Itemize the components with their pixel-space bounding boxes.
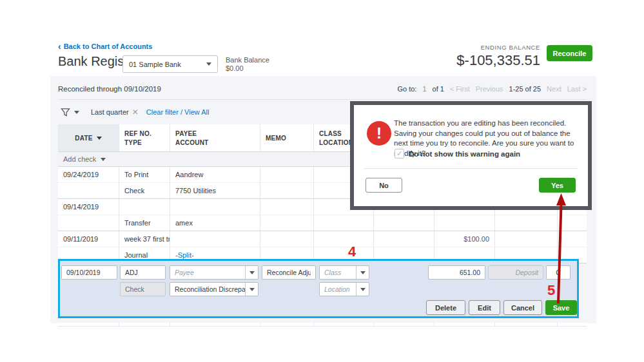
edit-account-dropdown[interactable]: Reconciliation Discrepanc (170, 282, 259, 296)
edit-memo-input[interactable] (262, 265, 316, 280)
dropdown-caret-button[interactable] (356, 283, 369, 296)
filter-chip-label: Last quarter (91, 108, 129, 116)
row-type: Check (119, 183, 170, 198)
dropdown-caret-button[interactable] (245, 266, 258, 279)
back-to-chart-of-accounts-link[interactable]: ‹ Back to Chart of Accounts (58, 43, 152, 50)
row-payee: Aandrew (170, 167, 260, 182)
reconcile-warning-dialog: ! The transaction you are editing has be… (350, 101, 592, 210)
filter-chip: Last quarter ✕ (91, 108, 139, 117)
dont-show-again-row: ✓ Do not show this warning again (395, 149, 520, 158)
cancel-button[interactable]: Cancel (503, 300, 542, 315)
edit-reconcile-status-input[interactable] (546, 265, 571, 280)
save-button[interactable]: Save (545, 300, 577, 315)
location-placeholder: Location (320, 283, 356, 296)
partial-next-row (58, 323, 587, 327)
ending-balance-label: ENDING BALANCE (456, 44, 540, 51)
dropdown-caret-button[interactable] (356, 266, 369, 279)
warning-exclamation-icon: ! (367, 121, 391, 146)
payee-placeholder: Payee (170, 266, 245, 279)
row-refno: week 37 first try (119, 231, 170, 247)
panel-toolbar: Reconciled through 09/10/2019 Go to: 1 o… (58, 76, 587, 100)
chevron-down-icon (206, 62, 211, 66)
bank-register-page: ‹ Back to Chart of Accounts Bank Registe… (0, 0, 644, 362)
add-check-label: Add check (63, 155, 96, 163)
transaction-edit-box: Payee Class Deposit Check Reconciliation… (58, 259, 579, 318)
dont-show-again-label: Do not show this warning again (409, 150, 520, 158)
reconcile-button[interactable]: Reconcile (547, 45, 592, 61)
previous-page-link[interactable]: Previous (476, 85, 503, 93)
column-header-memo[interactable]: MEMO (260, 124, 314, 151)
edit-date-input[interactable] (61, 265, 117, 280)
back-link-label: Back to Chart of Accounts (64, 43, 153, 50)
filter-row: Last quarter ✕ Clear filter / View All (61, 105, 209, 119)
row-refno (119, 199, 170, 214)
class-placeholder: Class (320, 266, 356, 279)
next-page-link[interactable]: Next (547, 85, 561, 93)
row-date: 09/24/2019 (58, 167, 119, 182)
bank-balance-label: Bank Balance (226, 56, 269, 64)
pagination: Go to: 1 of 1 < First Previous 1-25 of 2… (397, 85, 587, 93)
edit-button[interactable]: Edit (469, 300, 500, 315)
page-of-label: of 1 (433, 85, 444, 93)
reconciled-through-text: Reconciled through 09/10/2019 (58, 85, 161, 93)
filter-chip-close-icon[interactable]: ✕ (132, 108, 139, 117)
row-date: 09/14/2019 (58, 199, 119, 214)
last-page-link[interactable]: Last > (567, 85, 587, 93)
edit-class-dropdown[interactable]: Class (319, 265, 369, 280)
row-payee (170, 231, 260, 247)
column-header-payee-account[interactable]: PAYEE ACCOUNT (170, 124, 260, 151)
account-value: Reconciliation Discrepanc (170, 283, 245, 296)
dialog-divider (364, 168, 578, 169)
edit-location-dropdown[interactable]: Location (319, 282, 369, 296)
edit-type-field-disabled: Check (120, 282, 166, 296)
edit-refno-input[interactable] (120, 265, 166, 280)
sort-descending-icon (97, 137, 102, 140)
row-payee (170, 199, 260, 214)
edit-payee-dropdown[interactable]: Payee (170, 265, 259, 280)
edit-deposit-field-disabled: Deposit (488, 265, 543, 280)
first-page-link[interactable]: < First (450, 85, 470, 93)
ending-balance: ENDING BALANCE $-105,335.51 (456, 44, 540, 69)
edit-payment-input[interactable] (428, 265, 485, 280)
row-type: Transfer (119, 215, 170, 231)
bank-balance: Bank Balance $0.00 (226, 56, 269, 73)
go-to-label: Go to: (397, 85, 416, 93)
account-select-value: 01 Sample Bank (129, 61, 181, 68)
row-date: 09/11/2019 (58, 231, 119, 247)
account-select[interactable]: 01 Sample Bank (122, 55, 218, 73)
column-header-refno-type[interactable]: REF NO. TYPE (119, 124, 170, 151)
dropdown-caret-button[interactable] (245, 283, 258, 296)
row-account: 7750 Utilities (170, 183, 260, 198)
clear-filter-link[interactable]: Clear filter / View All (146, 108, 210, 116)
filter-dropdown-caret-icon[interactable] (74, 111, 79, 114)
page-range-label: 1-25 of 25 (509, 85, 542, 93)
column-header-date[interactable]: DATE (58, 124, 119, 151)
delete-button[interactable]: Delete (426, 300, 465, 315)
page-number[interactable]: 1 (422, 85, 426, 93)
row-payment: $100.00 (434, 231, 495, 247)
yes-button[interactable]: Yes (539, 178, 576, 193)
chevron-left-icon: ‹ (58, 43, 61, 50)
ending-balance-value: $-105,335.51 (456, 52, 540, 69)
bank-balance-value: $0.00 (226, 64, 269, 73)
dont-show-again-checkbox[interactable]: ✓ (395, 149, 404, 158)
row-account: amex (170, 215, 260, 231)
row-refno: To Print (119, 167, 170, 182)
filter-funnel-icon[interactable] (61, 108, 70, 117)
add-check-caret-icon (101, 158, 106, 161)
no-button[interactable]: No (366, 178, 402, 193)
